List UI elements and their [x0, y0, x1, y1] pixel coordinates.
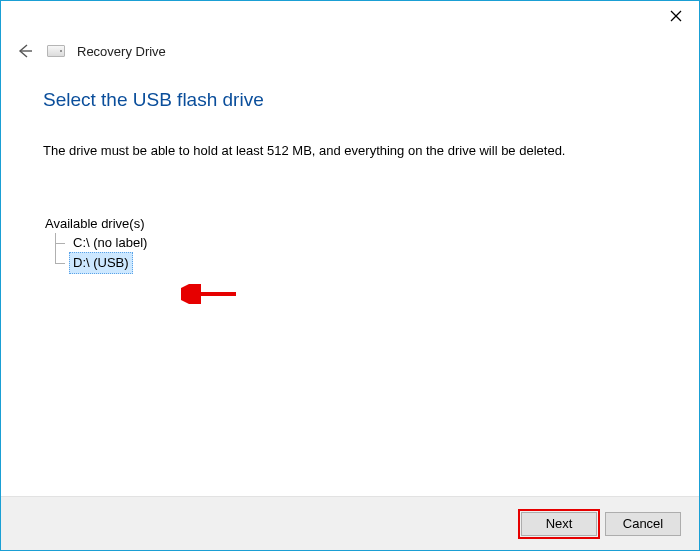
drive-item-label: D:\ (USB)	[69, 252, 133, 274]
drive-item-label: C:\ (no label)	[69, 232, 151, 254]
cancel-button[interactable]: Cancel	[605, 512, 681, 536]
content-area: Select the USB flash drive The drive mus…	[43, 79, 657, 482]
annotation-arrow-icon	[181, 284, 241, 304]
footer-bar: Next Cancel	[1, 496, 699, 550]
instruction-text: The drive must be able to hold at least …	[43, 143, 657, 158]
drive-item-d[interactable]: D:\ (USB)	[51, 253, 657, 273]
next-button[interactable]: Next	[521, 512, 597, 536]
available-drives-label: Available drive(s)	[45, 216, 657, 231]
recovery-drive-dialog: Recovery Drive Select the USB flash driv…	[0, 0, 700, 551]
back-button[interactable]	[15, 41, 35, 61]
page-heading: Select the USB flash drive	[43, 89, 657, 111]
drive-tree: C:\ (no label) D:\ (USB)	[51, 233, 657, 273]
back-arrow-icon	[15, 41, 35, 61]
drive-icon	[47, 45, 65, 57]
close-button[interactable]	[653, 1, 699, 31]
window-title: Recovery Drive	[77, 44, 166, 59]
drive-item-c[interactable]: C:\ (no label)	[51, 233, 657, 253]
header-row: Recovery Drive	[15, 39, 685, 63]
close-icon	[670, 10, 682, 22]
titlebar	[1, 1, 699, 33]
